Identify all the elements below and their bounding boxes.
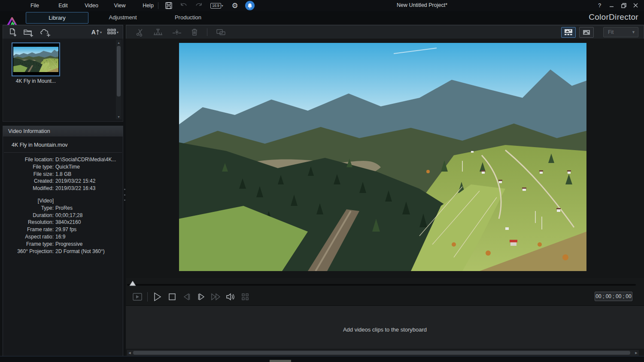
library-scrollbar[interactable]: ▲ ▼ <box>116 40 122 119</box>
scroll-down-icon[interactable]: ▼ <box>116 114 122 119</box>
save-project-button[interactable] <box>164 1 173 10</box>
info-row: Resolution:3840x2160 <box>3 219 123 226</box>
scroll-left-icon[interactable]: ◀ <box>127 350 132 356</box>
undo-button[interactable] <box>179 1 188 10</box>
sort-arrow-icon <box>96 29 100 35</box>
scrollbar-thumb[interactable] <box>133 351 630 355</box>
next-frame-button[interactable] <box>194 291 209 303</box>
gear-icon: ⚙ <box>231 2 238 9</box>
toolbar-divider <box>207 28 207 36</box>
titlebar: File Edit Video View Help <box>0 0 644 11</box>
menu-view[interactable]: View <box>106 3 134 9</box>
zoom-mode-dropdown[interactable]: Fit ▼ <box>603 27 638 37</box>
preview-with-storyboard-icon <box>564 29 573 36</box>
preview-pane: Fit ▼ <box>126 25 644 356</box>
preview-window-button[interactable] <box>130 291 145 303</box>
delete-clip-button[interactable] <box>191 28 198 36</box>
video-info-fields: File location:D:\Social\CDR\Media\4K... … <box>3 156 123 255</box>
colordirector-window: File Edit Video View Help <box>0 0 644 362</box>
scrollbar-thumb[interactable] <box>117 46 121 97</box>
video-section-label: [Video] <box>3 197 123 205</box>
video-information-panel: Video Information 4K Fly in Mountain.mov… <box>3 126 123 357</box>
zoom-grid-icon <box>241 293 249 301</box>
fast-forward-icon <box>211 293 221 301</box>
zoom-ratio-button[interactable] <box>238 291 252 303</box>
video-preview-frame[interactable] <box>179 43 586 271</box>
preview-only-icon <box>583 30 590 35</box>
speaker-icon <box>226 293 235 301</box>
clip-name-label: 4K Fly in Mount... <box>3 78 69 84</box>
info-row: File size:1.8 GB <box>3 171 123 178</box>
tab-production[interactable]: Production <box>162 12 214 23</box>
import-media-file-button[interactable] <box>8 28 17 37</box>
storyboard-scrollbar[interactable]: ◀ ▶ <box>127 350 639 356</box>
info-row: Modified:2019/03/22 16:43 <box>3 185 123 192</box>
trim-end-button[interactable] <box>172 28 182 36</box>
module-tabs: Library Adjustment Production ColorDirec… <box>0 11 644 24</box>
notifications-button[interactable] <box>245 1 255 10</box>
video-filename: 4K Fly in Mountain.mov <box>4 137 122 153</box>
media-library-grid: 4K Fly in Mount... ▲ ▼ <box>3 39 123 122</box>
sort-button[interactable]: A ▾ <box>91 29 102 36</box>
next-frame-icon <box>197 293 206 301</box>
stop-button[interactable] <box>165 291 179 303</box>
help-button[interactable]: ? <box>595 1 604 9</box>
scroll-right-icon[interactable]: ▶ <box>634 350 639 356</box>
play-icon <box>153 292 162 302</box>
playhead-marker[interactable] <box>129 280 136 288</box>
zoom-mode-value: Fit <box>608 29 632 35</box>
minimize-button[interactable] <box>608 1 616 9</box>
cloud-import-button[interactable] <box>39 28 52 37</box>
volume-button[interactable] <box>223 291 238 303</box>
view-preview-only-button[interactable] <box>579 27 594 38</box>
minimize-icon <box>609 3 614 8</box>
settings-button[interactable]: ⚙ <box>230 1 240 10</box>
redo-icon <box>194 2 203 9</box>
save-icon <box>165 2 173 9</box>
view-storyboard-preview-button[interactable] <box>561 27 576 38</box>
taskbar-peek <box>270 360 291 362</box>
scroll-up-icon[interactable]: ▲ <box>116 40 122 45</box>
previous-frame-button[interactable] <box>179 291 194 303</box>
menu-edit[interactable]: Edit <box>49 3 77 9</box>
titlebar-tools: 16:9 ▾ ⚙ <box>164 0 255 11</box>
window-controls: ? <box>595 1 640 9</box>
tab-library[interactable]: Library <box>26 12 88 24</box>
info-row: 360° Projection:2D Format (Not 360°) <box>3 248 123 255</box>
trim-start-button[interactable] <box>153 28 163 36</box>
seek-bar[interactable] <box>127 284 636 286</box>
library-panel: A ▾ ▾ <box>3 25 123 356</box>
controls-divider <box>147 292 148 302</box>
extract-frame-button[interactable] <box>216 28 226 36</box>
restore-icon <box>621 3 626 8</box>
timecode-display: 00 ; 00 ; 00 ; 00 <box>595 292 632 301</box>
app-name: ColorDirector <box>589 12 638 22</box>
fast-forward-button[interactable] <box>209 291 223 303</box>
storyboard-empty-text: Add videos clips to the storyboard <box>126 326 644 333</box>
info-row: Duration:00;00;17;28 <box>3 212 123 219</box>
edit-toolbar: Fit ▼ <box>126 25 644 39</box>
import-media-folder-button[interactable] <box>23 28 33 37</box>
splitter-grip-icon <box>124 189 125 201</box>
info-row: Created:2019/03/22 15:42 <box>3 178 123 185</box>
tab-adjustment[interactable]: Adjustment <box>95 12 150 23</box>
restore-button[interactable] <box>620 1 628 9</box>
menu-file[interactable]: File <box>21 3 49 9</box>
menu-video[interactable]: Video <box>77 3 106 9</box>
view-options-button[interactable]: ▾ <box>107 28 118 36</box>
aspect-ratio-button[interactable]: 16:9 ▾ <box>209 1 225 10</box>
split-clip-button[interactable] <box>136 28 144 36</box>
info-row: Type:ProRes <box>3 205 123 212</box>
playback-controls <box>126 288 644 305</box>
clip-thumbnail[interactable] <box>12 42 60 76</box>
redo-button[interactable] <box>194 1 204 10</box>
aspect-ratio-badge: 16:9 <box>210 3 221 9</box>
play-button[interactable] <box>150 291 165 303</box>
chevron-down-icon: ▼ <box>632 30 635 34</box>
previous-frame-icon <box>182 293 191 301</box>
toolbar-divider <box>158 2 158 9</box>
close-button[interactable] <box>632 1 640 9</box>
grid-view-icon <box>107 28 116 36</box>
menubar: File Edit Video View Help <box>21 0 162 11</box>
storyboard-area[interactable]: Add videos clips to the storyboard <box>126 305 644 349</box>
